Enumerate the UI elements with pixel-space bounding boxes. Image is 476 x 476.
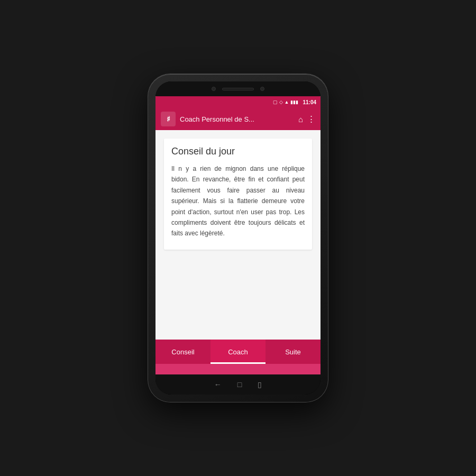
pink-accent-bar [155,364,321,374]
content-area: Conseil du jour Il n y a rien de mignon … [155,130,321,340]
app-icon-box: ♯ [161,112,176,126]
speaker-slot [222,88,254,90]
phone-screen-container: ▢ ◇ ▲ ▮▮▮ 11:04 ♯ Coach Personnel de S..… [155,81,321,395]
camera-dot [212,87,216,91]
status-time: 11:04 [303,99,316,105]
card-body: Il n y a rien de mignon dans une répliqu… [171,163,305,239]
card-title: Conseil du jour [171,146,305,157]
tab-suite-label: Suite [285,348,301,356]
tab-coach-label: Coach [228,348,248,356]
phone-device: ▢ ◇ ▲ ▮▮▮ 11:04 ♯ Coach Personnel de S..… [148,74,328,402]
phone-bottom-hardware: ← □ ▯ [155,374,321,395]
notification-icon: ▢ [273,99,278,105]
home-hardware-button[interactable]: □ [237,380,242,389]
tab-conseil[interactable]: Conseil [155,340,210,364]
app-icon: ♯ [167,115,170,123]
status-bar: ▢ ◇ ▲ ▮▮▮ 11:04 [155,96,321,108]
screen: ▢ ◇ ▲ ▮▮▮ 11:04 ♯ Coach Personnel de S..… [155,96,321,374]
tab-active-indicator [210,362,266,364]
sensor-dot [260,87,264,91]
tab-conseil-label: Conseil [171,348,194,356]
app-bar: ♯ Coach Personnel de S... ⌂ ⋮ [155,108,321,130]
app-title: Coach Personnel de S... [180,115,294,123]
recents-button[interactable]: ▯ [258,380,262,389]
bottom-nav: Conseil Coach Suite [155,340,321,364]
app-bar-actions: ⌂ ⋮ [298,114,315,124]
status-icons: ▢ ◇ ▲ ▮▮▮ [273,99,299,105]
phone-top-hardware [155,81,321,96]
home-button[interactable]: ⌂ [298,115,303,124]
tab-coach[interactable]: Coach [210,340,266,364]
battery-icon: ▮▮▮ [290,99,298,105]
back-button[interactable]: ← [214,380,222,389]
conseil-card: Conseil du jour Il n y a rien de mignon … [164,139,312,250]
wifi-icon: ◇ [279,99,283,105]
tab-suite[interactable]: Suite [266,340,321,364]
menu-button[interactable]: ⋮ [307,114,315,124]
signal-icon: ▲ [285,99,289,105]
